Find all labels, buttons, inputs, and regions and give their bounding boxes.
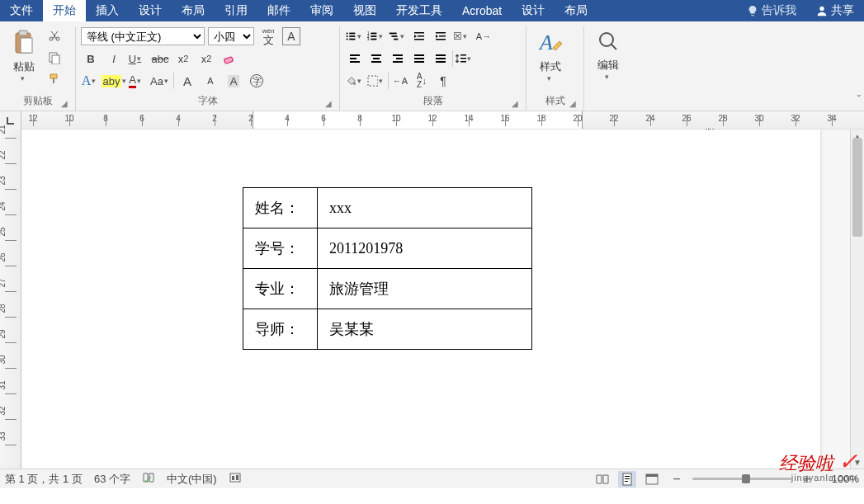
- cell-val[interactable]: 吴某某: [318, 309, 532, 350]
- scroll-thumb[interactable]: [852, 138, 862, 237]
- tab-references[interactable]: 引用: [215, 0, 257, 21]
- tab-review[interactable]: 审阅: [300, 0, 343, 21]
- align-center-button[interactable]: [366, 49, 386, 68]
- styles-button[interactable]: A 样式 ▾: [531, 26, 569, 86]
- cell-val[interactable]: 2011201978: [318, 228, 532, 269]
- tab-mailings[interactable]: 邮件: [257, 0, 300, 21]
- cell-key[interactable]: 专业：: [243, 269, 318, 309]
- doc-table[interactable]: 姓名： xxx 学号： 2011201978 专业： 旅游管理 导师： 吴某某: [243, 187, 532, 350]
- strikethrough-button[interactable]: abc: [150, 49, 170, 68]
- tab-table-layout[interactable]: 布局: [555, 0, 597, 21]
- tab-layout[interactable]: 布局: [172, 0, 215, 21]
- align-right-button[interactable]: [388, 49, 408, 68]
- horizontal-ruler[interactable]: 12108642246810121416182022242628303234: [21, 111, 864, 129]
- tab-home[interactable]: 开始: [43, 0, 86, 21]
- ltr-button[interactable]: A→: [474, 26, 493, 46]
- tab-share[interactable]: 共享: [806, 0, 864, 21]
- cut-button[interactable]: [45, 26, 64, 46]
- scroll-down-arrow[interactable]: ▼: [851, 455, 864, 469]
- shrink-font-button[interactable]: A: [201, 71, 220, 91]
- grow-font-button[interactable]: A: [177, 71, 197, 91]
- tab-file[interactable]: 文件: [0, 0, 43, 21]
- char-border-button[interactable]: A: [282, 27, 300, 45]
- svg-rect-20: [391, 35, 397, 37]
- borders-button[interactable]: ▾: [366, 71, 386, 91]
- status-macro-icon[interactable]: [229, 471, 242, 487]
- view-print-layout-button[interactable]: [618, 471, 636, 488]
- tab-table-design[interactable]: 设计: [512, 0, 555, 21]
- increase-indent-button[interactable]: [431, 26, 451, 46]
- table-row[interactable]: 导师： 吴某某: [243, 309, 532, 350]
- tab-acrobat[interactable]: Acrobat: [452, 0, 512, 21]
- styles-launcher[interactable]: ◢: [567, 96, 578, 107]
- decrease-indent-button[interactable]: [409, 26, 429, 46]
- table-row[interactable]: 学号： 2011201978: [243, 228, 532, 269]
- view-web-layout-button[interactable]: [643, 471, 661, 488]
- ribbon-tabs: 文件 开始 插入 设计 布局 引用 邮件 审阅 视图 开发工具 Acrobat …: [0, 0, 864, 21]
- zoom-slider[interactable]: [692, 478, 791, 480]
- highlight-button[interactable]: aby▾: [104, 71, 124, 91]
- align-distributed-button[interactable]: [431, 49, 451, 68]
- bold-button[interactable]: B: [81, 49, 101, 68]
- clipboard-launcher[interactable]: ◢: [59, 96, 70, 107]
- asian-layout-button[interactable]: ☒▾: [452, 26, 472, 46]
- font-color-button[interactable]: A▾: [127, 71, 147, 91]
- tab-design[interactable]: 设计: [129, 0, 172, 21]
- line-spacing-button[interactable]: ▾: [455, 49, 474, 68]
- collapse-ribbon-button[interactable]: ˇ: [857, 93, 861, 106]
- superscript-button[interactable]: x2: [196, 49, 216, 68]
- subscript-button[interactable]: x2: [173, 49, 193, 68]
- show-marks-button[interactable]: ¶: [433, 71, 453, 91]
- vertical-ruler[interactable]: 21222324252627282930313233: [0, 130, 21, 469]
- view-read-mode-button[interactable]: [593, 471, 611, 488]
- font-size-select[interactable]: 小四: [208, 27, 254, 45]
- align-left-button[interactable]: [345, 49, 365, 68]
- font-family-select[interactable]: 等线 (中文正文): [81, 27, 205, 45]
- text-effects-button[interactable]: A▾: [81, 71, 101, 91]
- zoom-percent[interactable]: 100%: [823, 473, 859, 485]
- cell-val[interactable]: 旅游管理: [318, 269, 532, 309]
- tab-view[interactable]: 视图: [343, 0, 386, 21]
- status-language[interactable]: 中文(中国): [167, 472, 217, 487]
- editing-button[interactable]: 编辑 ▾: [589, 26, 627, 84]
- page-viewport[interactable]: 姓名： xxx 学号： 2011201978 专业： 旅游管理 导师： 吴某某: [21, 130, 850, 469]
- tab-tell-me[interactable]: 告诉我: [737, 0, 806, 21]
- paste-button[interactable]: 粘贴 ▾: [5, 26, 43, 86]
- multilevel-list-button[interactable]: ▾: [388, 26, 408, 46]
- table-row[interactable]: 专业： 旅游管理: [243, 269, 532, 309]
- rtl-button[interactable]: ←A: [390, 71, 410, 91]
- status-words[interactable]: 63 个字: [94, 472, 130, 487]
- vertical-scrollbar[interactable]: ▲ ▼: [850, 130, 864, 469]
- cell-key[interactable]: 导师：: [243, 309, 318, 350]
- zoom-slider-thumb[interactable]: [742, 474, 750, 483]
- font-launcher[interactable]: ◢: [323, 96, 334, 107]
- tab-insert[interactable]: 插入: [86, 0, 129, 21]
- copy-button[interactable]: [45, 48, 64, 68]
- cell-key[interactable]: 学号：: [243, 228, 318, 269]
- char-shading-button[interactable]: A: [224, 71, 243, 91]
- bullets-button[interactable]: ▾: [345, 26, 365, 46]
- phonetic-guide-button[interactable]: wén 文: [257, 26, 279, 46]
- svg-rect-45: [460, 61, 466, 63]
- zoom-out-button[interactable]: −: [668, 471, 686, 488]
- sort-button[interactable]: AZ↓: [412, 71, 432, 91]
- table-row[interactable]: 姓名： xxx: [243, 188, 532, 228]
- numbering-button[interactable]: 123▾: [366, 26, 386, 46]
- enclose-char-button[interactable]: 字: [247, 71, 267, 91]
- italic-button[interactable]: I: [104, 49, 124, 68]
- tab-devtools[interactable]: 开发工具: [386, 0, 452, 21]
- shading-button[interactable]: ▾: [345, 71, 365, 91]
- status-page[interactable]: 第 1 页，共 1 页: [5, 472, 83, 487]
- align-justify-button[interactable]: [409, 49, 429, 68]
- svg-rect-34: [393, 54, 403, 56]
- svg-rect-21: [394, 39, 398, 40]
- cell-val[interactable]: xxx: [318, 188, 532, 228]
- underline-button[interactable]: U▾: [127, 49, 147, 68]
- change-case-button[interactable]: Aa▾: [150, 71, 170, 91]
- zoom-in-button[interactable]: +: [798, 471, 816, 488]
- status-proofing-icon[interactable]: [142, 471, 155, 487]
- cell-key[interactable]: 姓名：: [243, 188, 318, 228]
- paragraph-launcher[interactable]: ◢: [509, 96, 521, 107]
- format-painter-button[interactable]: [45, 69, 64, 89]
- clear-formatting-button[interactable]: [220, 49, 239, 68]
